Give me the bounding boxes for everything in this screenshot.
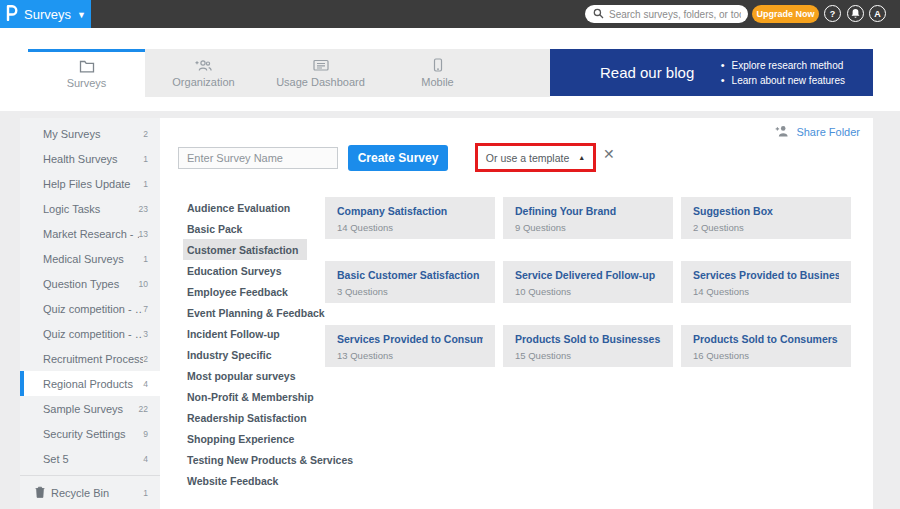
survey-name-input[interactable] xyxy=(178,147,338,169)
sidebar-item-question-types[interactable]: Question Types10 xyxy=(20,271,160,296)
tab-label: Surveys xyxy=(67,77,107,89)
folder-count: 1 xyxy=(143,154,148,164)
template-question-count: 9 Questions xyxy=(515,222,661,233)
category-incident-follow-up[interactable]: Incident Follow-up xyxy=(183,323,307,344)
template-card[interactable]: Products Sold to Businesses 15 Questions xyxy=(503,325,673,367)
category-education-surveys[interactable]: Education Surveys xyxy=(183,260,307,281)
share-folder-label: Share Folder xyxy=(796,126,860,138)
category-event-planning-feedback[interactable]: Event Planning & Feedback xyxy=(183,302,307,323)
template-card[interactable]: Service Delivered Follow-up 10 Questions xyxy=(503,261,673,303)
category-readership-satisfaction[interactable]: Readership Satisfaction xyxy=(183,407,307,428)
help-button[interactable]: ? xyxy=(824,5,841,22)
tab-label: Organization xyxy=(172,76,234,88)
category-most-popular-surveys[interactable]: Most popular surveys xyxy=(183,365,307,386)
use-template-toggle[interactable]: Or use a template ▲ xyxy=(478,146,593,169)
chevron-down-icon: ▼ xyxy=(77,10,86,20)
trash-icon xyxy=(35,484,45,502)
sidebar-divider xyxy=(20,475,160,476)
category-employee-feedback[interactable]: Employee Feedback xyxy=(183,281,307,302)
template-title: Services Provided to Consumers xyxy=(337,333,483,345)
template-question-count: 10 Questions xyxy=(515,286,661,297)
template-question-count: 14 Questions xyxy=(693,286,839,297)
category-industry-specific[interactable]: Industry Specific xyxy=(183,344,307,365)
folder-icon xyxy=(79,60,95,73)
template-question-count: 16 Questions xyxy=(693,350,839,361)
folder-count: 13 xyxy=(139,229,148,239)
folder-count: 1 xyxy=(143,254,148,264)
upgrade-now-button[interactable]: Upgrade Now xyxy=(752,5,819,23)
create-survey-button[interactable]: Create Survey xyxy=(348,145,448,171)
main-panel: Share Folder Create Survey Or use a temp… xyxy=(160,118,873,509)
template-title: Products Sold to Businesses xyxy=(515,333,661,345)
sidebar-item-my-surveys[interactable]: My Surveys2 xyxy=(20,121,160,146)
folder-count: 23 xyxy=(139,204,148,214)
folder-count: 3 xyxy=(143,329,148,339)
sidebar-item-regional-products[interactable]: Regional Products4 xyxy=(20,371,160,396)
sidebar-item-recycle-bin[interactable]: Recycle Bin 1 xyxy=(20,480,160,505)
sidebar-item-market-research[interactable]: Market Research - …13 xyxy=(20,221,160,246)
sidebar-item-logic-tasks[interactable]: Logic Tasks23 xyxy=(20,196,160,221)
tab-usage-dashboard[interactable]: Usage Dashboard xyxy=(262,49,379,97)
folder-count: 22 xyxy=(139,404,148,414)
category-website-feedback[interactable]: Website Feedback xyxy=(183,470,307,491)
template-title: Defining Your Brand xyxy=(515,205,661,217)
folder-count: 1 xyxy=(143,179,148,189)
template-title: Basic Customer Satisfaction xyxy=(337,269,483,281)
template-question-count: 14 Questions xyxy=(337,222,483,233)
search-input[interactable] xyxy=(609,9,741,20)
category-shopping-experience[interactable]: Shopping Experience xyxy=(183,428,307,449)
close-button[interactable]: ✕ xyxy=(603,146,615,162)
notifications-button[interactable] xyxy=(847,5,864,22)
template-card[interactable]: Services Provided to Consumers 13 Questi… xyxy=(325,325,495,367)
folder-count: 2 xyxy=(143,354,148,364)
template-card[interactable]: Basic Customer Satisfaction 3 Questions xyxy=(325,261,495,303)
sidebar-item-quiz-competition-2[interactable]: Quiz competition - …3 xyxy=(20,321,160,346)
sidebar-item-recruitment-process[interactable]: Recruitment Process2 xyxy=(20,346,160,371)
folder-count: 2 xyxy=(143,129,148,139)
brand-dropdown[interactable]: Surveys ▼ xyxy=(0,0,91,28)
question-icon: ? xyxy=(830,9,836,19)
template-question-count: 13 Questions xyxy=(337,350,483,361)
folder-count: 7 xyxy=(143,304,148,314)
banner-title[interactable]: Read our blog xyxy=(600,64,694,81)
avatar[interactable]: A xyxy=(869,5,886,22)
top-navbar: Surveys ▼ Upgrade Now ? A xyxy=(0,0,900,28)
sidebar-item-health-surveys[interactable]: Health Surveys1 xyxy=(20,146,160,171)
header-band: Surveys Organization Usage Dashboard Mob… xyxy=(0,28,900,111)
category-testing-new-products[interactable]: Testing New Products & Services xyxy=(183,449,307,470)
tab-mobile[interactable]: Mobile xyxy=(379,49,496,97)
template-card[interactable]: Services Provided to Businesses 14 Quest… xyxy=(681,261,851,303)
banner-bullet: Explore research method xyxy=(721,58,845,73)
template-card[interactable]: Suggestion Box 2 Questions xyxy=(681,197,851,239)
annotation-red-box: Or use a template ▲ xyxy=(475,143,596,172)
banner-bullet-list: Explore research method Learn about new … xyxy=(721,58,845,88)
tab-label: Mobile xyxy=(421,76,453,88)
template-title: Suggestion Box xyxy=(693,205,839,217)
template-title: Products Sold to Consumers xyxy=(693,333,839,345)
template-question-count: 2 Questions xyxy=(693,222,839,233)
template-card[interactable]: Defining Your Brand 9 Questions xyxy=(503,197,673,239)
avatar-initial: A xyxy=(874,9,881,19)
mobile-icon xyxy=(433,58,443,72)
tab-organization[interactable]: Organization xyxy=(145,49,262,97)
sidebar-item-help-files-update[interactable]: Help Files Update1 xyxy=(20,171,160,196)
sidebar-item-security-settings[interactable]: Security Settings9 xyxy=(20,421,160,446)
sidebar-item-quiz-competition-1[interactable]: Quiz competition - …7 xyxy=(20,296,160,321)
tab-surveys[interactable]: Surveys xyxy=(28,49,145,97)
share-folder-button[interactable]: Share Folder xyxy=(775,125,860,139)
sidebar-item-medical-surveys[interactable]: Medical Surveys1 xyxy=(20,246,160,271)
template-category-list: Audience Evaluation Basic Pack Customer … xyxy=(183,197,307,491)
category-basic-pack[interactable]: Basic Pack xyxy=(183,218,307,239)
category-non-profit-membership[interactable]: Non-Profit & Membership xyxy=(183,386,307,407)
category-audience-evaluation[interactable]: Audience Evaluation xyxy=(183,197,307,218)
sidebar-item-set-5[interactable]: Set 54 xyxy=(20,446,160,471)
folder-count: 1 xyxy=(143,488,148,498)
tab-label: Usage Dashboard xyxy=(276,76,365,88)
global-search xyxy=(585,5,748,23)
add-users-icon xyxy=(195,59,213,72)
template-card[interactable]: Products Sold to Consumers 16 Questions xyxy=(681,325,851,367)
category-customer-satisfaction[interactable]: Customer Satisfaction xyxy=(183,239,307,260)
template-card[interactable]: Company Satisfaction 14 Questions xyxy=(325,197,495,239)
sidebar-item-sample-surveys[interactable]: Sample Surveys22 xyxy=(20,396,160,421)
blog-banner[interactable]: Read our blog Explore research method Le… xyxy=(550,49,873,96)
